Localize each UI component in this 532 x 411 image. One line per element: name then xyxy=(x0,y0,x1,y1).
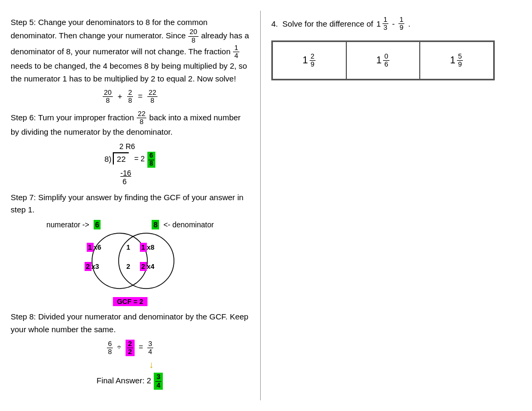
step5-text: Step 5: Change your denominators to 8 fo… xyxy=(11,16,250,85)
arrow-container: ↓ xyxy=(53,359,250,371)
num-den-labels: numerator -> 6 8 <- denominator xyxy=(11,220,250,229)
svg-point-1 xyxy=(119,233,174,289)
eq-frac2: 2 8 xyxy=(127,89,133,105)
answer-2-value: 1 0 6 xyxy=(376,53,389,69)
result-frac: 6 8 xyxy=(147,152,155,167)
venn-center-2: 2 xyxy=(127,262,130,270)
result-expression: = 2 6 8 xyxy=(134,152,155,167)
venn-diagram: 1x6 2x3 1 2 1x8 2x4 GCF = 2 xyxy=(77,232,184,301)
long-division: 2 R6 8) 22 = 2 6 8 -16 6 xyxy=(11,142,250,185)
eq-frac3: 22 8 xyxy=(147,89,157,105)
venn-left-1x6: 1x6 xyxy=(87,243,102,251)
answer-3-value: 1 5 9 xyxy=(450,53,463,69)
step5-text-part1: Step 5: Change your denominators to 8 fo… xyxy=(11,18,207,40)
answer-cell-2[interactable]: 1 0 6 xyxy=(346,42,420,80)
question-text: 4. Solve for the difference of 1 1 3 - 1… xyxy=(271,16,521,32)
frac-20-8: 20 8 xyxy=(188,28,198,44)
venn-center-1: 1 xyxy=(127,243,130,251)
svg-point-0 xyxy=(92,233,147,289)
step5-equation: 20 8 + 2 8 = 22 8 xyxy=(11,89,250,105)
den-value-box2: 8 xyxy=(152,220,159,229)
eq-frac1: 20 8 xyxy=(103,89,112,105)
quotient-line: 2 R6 xyxy=(119,142,155,151)
answer-grid: 1 2 9 1 0 6 1 xyxy=(271,40,495,81)
divisor: 8) xyxy=(104,154,111,163)
numerator-label: numerator -> xyxy=(46,220,89,229)
final-answer: Final Answer: 2 3 4 xyxy=(11,373,250,390)
page: Step 5: Change your denominators to 8 fo… xyxy=(0,0,532,411)
q-minus: - xyxy=(392,19,395,28)
s8-frac1: 6 8 xyxy=(107,340,113,356)
remainder: 6 xyxy=(122,177,155,186)
answer-1-value: 1 2 9 xyxy=(303,53,316,69)
frac-22-8: 22 8 xyxy=(137,110,146,126)
down-arrow-icon: ↓ xyxy=(149,359,154,370)
step7-text: Step 7: Simplify your answer by finding … xyxy=(11,191,250,216)
num-value-box: 6 xyxy=(94,220,101,229)
long-div-block: 2 R6 8) 22 = 2 6 8 -16 6 xyxy=(104,142,155,185)
q-mixed-frac: 1 1 3 xyxy=(377,16,389,32)
q-frac2: 1 9 xyxy=(398,16,404,32)
step8-text: Step 8: Divided your numerator and denom… xyxy=(11,310,250,335)
left-panel: Step 5: Change your denominators to 8 fo… xyxy=(0,11,261,400)
step8-math: 6 8 ÷ 2 2 = 3 4 xyxy=(11,340,250,357)
frac-20-8-den: 8 xyxy=(190,37,196,44)
venn-svg xyxy=(77,232,184,290)
frac-1-4: 1 4 xyxy=(233,44,239,60)
frac-20-8-num: 20 xyxy=(188,28,198,36)
dividend: 22 xyxy=(113,152,129,165)
step5-text-part3: needs to be changed, the 4 becomes 8 by … xyxy=(11,61,247,83)
final-frac: 3 4 xyxy=(154,373,163,390)
denominator-label: <- denominator xyxy=(163,220,214,229)
answer-cell-1[interactable]: 1 2 9 xyxy=(272,42,346,80)
answer-cell-3[interactable]: 1 5 9 xyxy=(420,42,494,80)
right-panel: 4. Solve for the difference of 1 1 3 - 1… xyxy=(261,11,532,400)
frac-1-4-num: 1 xyxy=(233,44,239,52)
s8-result: 3 4 xyxy=(147,340,153,356)
frac-1-4-den: 4 xyxy=(233,52,239,60)
venn-right-1x8: 1x8 xyxy=(140,243,155,251)
divisor-row: 8) 22 = 2 6 8 xyxy=(104,152,155,167)
gcf-label: GCF = 2 xyxy=(113,297,148,306)
venn-left-2x3: 2x3 xyxy=(85,262,99,270)
division-steps: -16 6 xyxy=(120,169,155,186)
step6-text: Step 6: Turn your improper fraction 22 8… xyxy=(11,110,250,138)
sub-step: -16 xyxy=(120,169,155,177)
final-answer-label: Final Answer: 2 xyxy=(97,376,152,385)
s8-gcf: 2 2 xyxy=(126,340,135,357)
venn-right-2x4: 2x4 xyxy=(140,262,155,270)
question-number: 4. Solve for the difference of xyxy=(271,19,373,28)
